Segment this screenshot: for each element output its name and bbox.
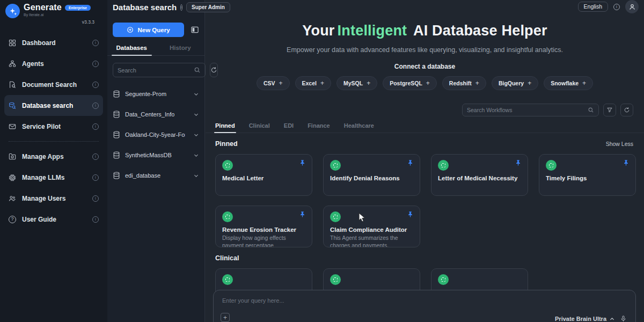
filter-icon [606,107,613,113]
panel-title: Database search [113,3,177,12]
title-highlight: Intelligent [338,23,407,39]
connector-snowflake[interactable]: Snowflake+ [544,76,593,90]
user-guide-icon: ? [9,216,16,223]
info-icon[interactable]: i [92,103,99,109]
info-icon[interactable]: i [180,4,182,11]
chevron-down-icon[interactable] [193,152,199,158]
info-icon[interactable]: i [92,82,99,88]
sidebar-item-agents[interactable]: Agents i [4,53,103,74]
query-input[interactable]: Enter your query here... [214,290,635,304]
sidebar-item-dashboard[interactable]: Dashboard i [4,32,103,53]
pin-icon[interactable] [623,159,630,166]
plus-icon: + [426,79,430,87]
tab-pinned[interactable]: Pinned [215,122,235,133]
database-icon [113,111,120,118]
attach-button[interactable]: + [221,313,230,322]
user-avatar[interactable] [625,0,639,13]
microphone-icon[interactable] [620,315,627,322]
database-list-item[interactable]: Seguente-Prom [113,84,199,104]
pin-icon[interactable] [407,159,414,166]
database-search-input[interactable] [118,67,194,74]
search-icon [194,67,201,74]
sidebar-item-label: Document Search [22,81,77,89]
chevron-down-icon[interactable] [193,173,199,179]
refresh-workflows-button[interactable] [620,104,633,116]
plus-icon: + [320,79,324,87]
connector-mysql[interactable]: MySQL+ [336,76,377,90]
database-icon [113,172,120,179]
workflow-card[interactable]: Medical Letter [215,154,312,196]
clinical-section-header: Clinical [206,247,644,268]
database-list-item[interactable]: Oakland-City-5year-Fore [113,125,199,145]
plus-icon: + [279,79,282,87]
pin-icon[interactable] [407,211,414,218]
pinned-section-header: Pinned Show Less [206,133,644,154]
connector-bigquery[interactable]: BigQuery+ [492,76,538,90]
sidebar-item-manage-llms[interactable]: Manage LLMs i [4,167,103,188]
collapse-panel-icon[interactable] [191,26,199,34]
language-button[interactable]: English [578,2,608,12]
logo-block: Generate Enterprise By Iterate.ai v3.3.3 [0,0,107,26]
tab-healthcare[interactable]: Healthcare [344,122,374,133]
database-list-item[interactable]: edi_database [113,165,199,186]
sidebar-item-manage-apps[interactable]: Manage Apps i [4,146,103,167]
chevron-down-icon[interactable] [193,112,199,118]
chevron-down-icon[interactable] [193,132,199,138]
connector-excel[interactable]: Excel+ [295,76,331,90]
plus-icon: + [582,79,586,87]
panel-tabs: Databases History [107,45,204,56]
workflow-card[interactable]: Claim Compliance Auditor This Agent summ… [323,206,420,247]
refresh-databases-button[interactable] [210,63,218,77]
workflow-toolbar [206,104,644,116]
connector-csv[interactable]: CSV+ [257,76,290,90]
sidebar-item-document-search[interactable]: Document Search i [4,74,103,95]
sidebar-item-database-search[interactable]: Database search i [4,95,103,116]
section-title: Clinical [215,254,239,262]
database-list-item[interactable]: SyntheticMassDB [113,145,199,165]
model-selector[interactable]: Private Brain Ultra [555,316,615,322]
workflow-card[interactable]: Letter of Medical Necessity [431,154,528,196]
agent-icon [222,274,233,285]
tab-edi[interactable]: EDI [284,122,294,133]
pin-icon[interactable] [299,159,306,166]
tab-databases[interactable]: Databases [107,45,156,55]
info-icon[interactable]: i [92,195,99,202]
page-title: YourIntelligent AI Database Helper [206,23,644,39]
connector-redshift[interactable]: Redshift+ [442,76,486,90]
sidebar-item-manage-users[interactable]: Manage Users i [4,188,103,209]
database-icon [113,131,120,138]
connector-chips: CSV+ Excel+ MySQL+ PostgreSQL+ Redshift+… [206,76,644,90]
workflow-card[interactable]: Identify Denial Reasons [323,154,420,196]
workflow-card[interactable]: Revenue Erosion Tracker Display how agin… [215,206,312,247]
info-icon[interactable]: i [92,61,99,67]
connect-database-label: Connect a database [206,63,644,70]
tab-clinical[interactable]: Clinical [249,122,270,133]
info-icon[interactable]: i [613,4,620,10]
sidebar-item-service-pilot[interactable]: Service Pilot i [4,116,103,137]
workflow-search-input[interactable] [467,107,588,113]
sidebar-item-label: Manage Apps [22,153,64,160]
query-bar[interactable]: Enter your query here... + Private Brain… [213,290,636,322]
new-query-button[interactable]: New Query [113,23,184,37]
database-list-item[interactable]: Data_Centers_Info [113,104,199,125]
person-icon [628,3,636,11]
tab-finance[interactable]: Finance [308,122,330,133]
role-badge[interactable]: Super Admin [186,2,230,12]
info-icon[interactable]: i [92,174,99,181]
filter-button[interactable] [603,104,616,116]
sidebar: Generate Enterprise By Iterate.ai v3.3.3… [0,0,107,322]
chevron-down-icon[interactable] [193,91,199,97]
info-icon[interactable]: i [92,153,99,160]
workflow-card[interactable]: Timely Filings [539,154,636,196]
info-icon[interactable]: i [92,123,99,130]
pin-icon[interactable] [299,211,306,218]
sidebar-item-label: Agents [22,60,44,68]
pin-icon[interactable] [515,159,522,166]
info-icon[interactable]: i [92,40,99,46]
sidebar-item-user-guide[interactable]: ? User Guide i [4,209,103,230]
connector-postgresql[interactable]: PostgreSQL+ [383,76,437,90]
show-less-link[interactable]: Show Less [606,141,633,147]
workflow-tabs: Pinned Clinical EDI Finance Healthcare [206,122,644,133]
tab-history[interactable]: History [156,45,205,55]
info-icon[interactable]: i [92,216,99,223]
